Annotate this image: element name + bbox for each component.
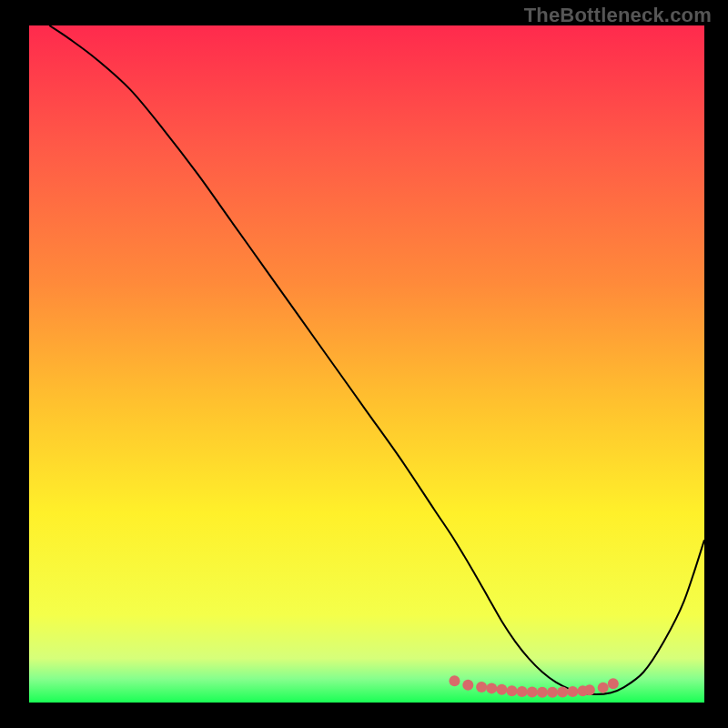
- marker-point: [527, 686, 538, 697]
- gradient-chart: [29, 25, 704, 703]
- marker-point: [608, 678, 619, 689]
- marker-point: [537, 687, 548, 698]
- marker-point: [567, 686, 578, 697]
- marker-point: [598, 682, 609, 693]
- marker-point: [486, 682, 497, 693]
- marker-point: [584, 684, 595, 695]
- gradient-background: [29, 25, 704, 703]
- marker-point: [462, 680, 473, 691]
- chart-frame: TheBottleneck.com: [0, 0, 728, 728]
- marker-point: [507, 685, 518, 696]
- marker-point: [449, 675, 460, 686]
- marker-point: [496, 684, 507, 695]
- marker-point: [476, 682, 487, 693]
- marker-point: [517, 686, 528, 697]
- watermark-text: TheBottleneck.com: [524, 4, 712, 27]
- marker-point: [557, 686, 568, 697]
- plot-area: [29, 25, 704, 703]
- marker-point: [547, 687, 558, 698]
